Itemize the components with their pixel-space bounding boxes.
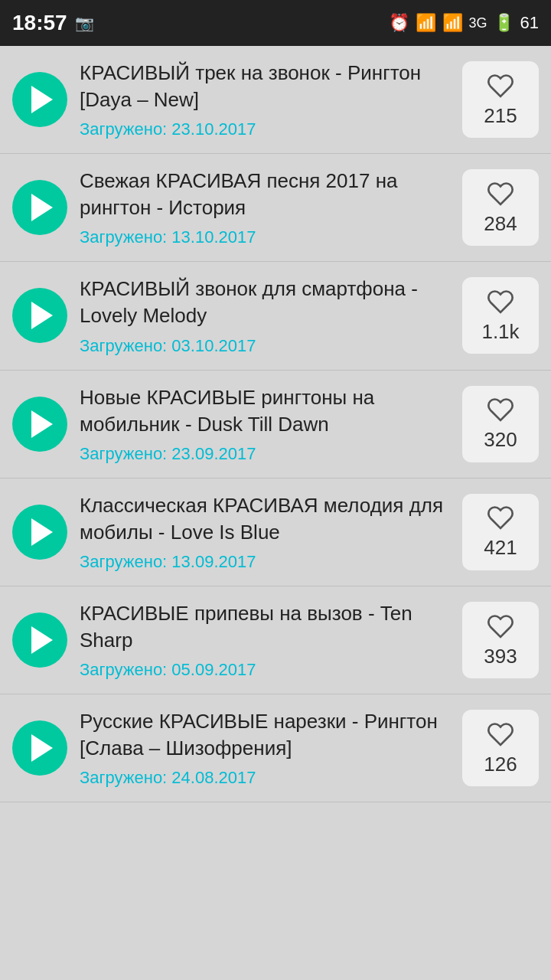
status-bar: 18:57 📷 ⏰ 📶 📶 3G 🔋 61 (0, 0, 551, 46)
heart-icon-6 (487, 612, 514, 640)
list-item: КРАСИВЫЙ трек на звонок - Рингтон [Daya … (0, 46, 551, 154)
like-box-3[interactable]: 1.1k (462, 277, 539, 354)
data-icon: 3G (469, 15, 487, 31)
song-info-5: Классическая КРАСИВАЯ мелодия для мобилы… (67, 492, 462, 572)
alarm-icon: ⏰ (389, 13, 409, 33)
song-title-5: Классическая КРАСИВАЯ мелодия для мобилы… (80, 492, 450, 546)
song-date-4: Загружено: 23.09.2017 (80, 444, 450, 464)
song-list: КРАСИВЫЙ трек на звонок - Рингтон [Daya … (0, 46, 551, 802)
heart-icon-7 (487, 720, 514, 748)
like-count-7: 126 (484, 753, 517, 776)
like-count-2: 284 (484, 212, 517, 236)
heart-icon-1 (487, 72, 514, 100)
heart-icon-3 (487, 288, 514, 315)
song-info-4: Новые КРАСИВЫЕ рингтоны на мобильник - D… (67, 384, 462, 464)
like-count-1: 215 (484, 104, 517, 128)
like-box-2[interactable]: 284 (462, 169, 539, 246)
song-date-1: Загружено: 23.10.2017 (80, 119, 450, 139)
heart-icon-2 (487, 180, 514, 207)
like-count-5: 421 (484, 536, 517, 560)
play-button-1[interactable] (12, 72, 67, 127)
song-title-1: КРАСИВЫЙ трек на звонок - Рингтон [Daya … (80, 60, 450, 113)
song-info-6: КРАСИВЫЕ припевы на вызов - Ten Sharp За… (67, 600, 462, 680)
play-button-5[interactable] (12, 505, 67, 560)
song-date-6: Загружено: 05.09.2017 (80, 660, 450, 680)
status-left: 18:57 📷 (12, 11, 94, 35)
list-item: КРАСИВЫЕ припевы на вызов - Ten Sharp За… (0, 586, 551, 694)
song-date-2: Загружено: 13.10.2017 (80, 227, 450, 247)
song-info-2: Свежая КРАСИВАЯ песня 2017 на рингтон - … (67, 168, 462, 247)
like-box-6[interactable]: 393 (462, 602, 539, 678)
list-item: Новые КРАСИВЫЕ рингтоны на мобильник - D… (0, 371, 551, 479)
song-title-6: КРАСИВЫЕ припевы на вызов - Ten Sharp (80, 600, 450, 654)
status-time: 18:57 (12, 11, 67, 35)
like-box-1[interactable]: 215 (462, 61, 539, 138)
song-title-4: Новые КРАСИВЫЕ рингтоны на мобильник - D… (80, 384, 450, 438)
play-button-2[interactable] (12, 180, 67, 235)
like-count-4: 320 (484, 428, 517, 452)
play-button-4[interactable] (12, 397, 67, 452)
song-title-2: Свежая КРАСИВАЯ песня 2017 на рингтон - … (80, 168, 450, 221)
song-date-5: Загружено: 13.09.2017 (80, 552, 450, 572)
status-right: ⏰ 📶 📶 3G 🔋 61 (389, 13, 540, 33)
play-button-7[interactable] (12, 720, 67, 776)
song-info-1: КРАСИВЫЙ трек на звонок - Рингтон [Daya … (67, 60, 462, 139)
battery-icon: 🔋 (494, 13, 514, 33)
song-date-7: Загружено: 24.08.2017 (80, 768, 450, 788)
play-button-3[interactable] (12, 288, 67, 343)
like-box-4[interactable]: 320 (462, 386, 539, 462)
song-title-7: Русские КРАСИВЫЕ нарезки - Рингтон [Слав… (80, 708, 450, 762)
song-info-3: КРАСИВЫЙ звонок для смартфона - Lovely M… (67, 276, 462, 355)
song-info-7: Русские КРАСИВЫЕ нарезки - Рингтон [Слав… (67, 708, 462, 788)
heart-icon-4 (487, 396, 514, 423)
like-count-6: 393 (484, 645, 517, 668)
list-item: Свежая КРАСИВАЯ песня 2017 на рингтон - … (0, 154, 551, 262)
like-count-3: 1.1k (481, 320, 519, 344)
song-date-3: Загружено: 03.10.2017 (80, 336, 450, 356)
battery-percent: 61 (520, 13, 539, 33)
list-item: Русские КРАСИВЫЕ нарезки - Рингтон [Слав… (0, 694, 551, 802)
like-box-7[interactable]: 126 (462, 710, 539, 786)
camera-icon: 📷 (75, 14, 94, 32)
song-title-3: КРАСИВЫЙ звонок для смартфона - Lovely M… (80, 276, 450, 329)
signal-icon: 📶 (442, 13, 463, 33)
list-item: Классическая КРАСИВАЯ мелодия для мобилы… (0, 479, 551, 586)
list-item: КРАСИВЫЙ звонок для смартфона - Lovely M… (0, 262, 551, 370)
play-button-6[interactable] (12, 612, 67, 668)
wifi-icon: 📶 (416, 13, 436, 33)
heart-icon-5 (487, 504, 514, 531)
like-box-5[interactable]: 421 (462, 494, 539, 570)
